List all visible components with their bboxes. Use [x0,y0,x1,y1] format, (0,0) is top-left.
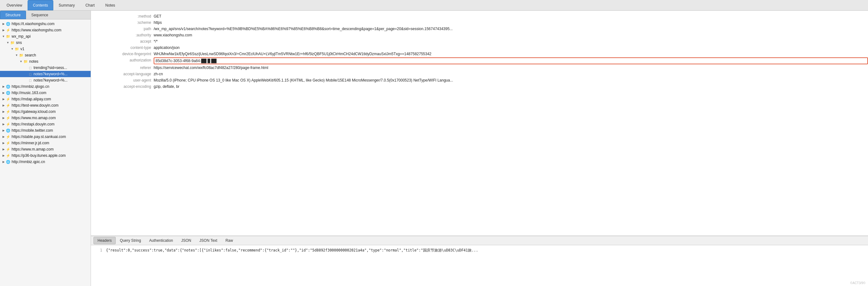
json-line-content: {"result":0,"success":true,"data":{"note… [106,247,864,253]
tree-icon-globe: 🌐 [6,21,11,26]
tree-label: notes [29,59,38,64]
tree-item-notes_keyword_sel[interactable]: ◻notes?keyword=%... [0,71,91,77]
tree-icon-globe: 🌐 [6,84,11,89]
tree-icon-bolt: ⚡ [6,109,11,114]
tree-item-minner_jr_jd[interactable]: ▶⚡https://minner.jr.jd.com [0,140,91,146]
tree-label: https://www.mo.amap.com [11,116,56,120]
tab-contents[interactable]: Contents [28,0,53,10]
detail-key: accept-encoding [91,84,154,89]
tree-item-t_xiaohongshu[interactable]: ▶🌐https://t.xiaohongshu.com [0,21,91,27]
expand-arrow: ▶ [1,128,6,133]
tab-summary[interactable]: Summary [53,0,80,10]
tree-icon-bolt: ⚡ [6,147,11,152]
tree-label: trending?sid=sess... [34,66,67,70]
tree-item-sns[interactable]: ▼📁sns [0,39,91,46]
tree-item-www_mo_amap[interactable]: ▶⚡https://www.mo.amap.com [0,115,91,121]
tree-icon-bolt: ⚡ [6,116,11,120]
tree-icon-folder: 📁 [6,34,11,39]
tree-item-v1[interactable]: ▼📁v1 [0,46,91,52]
detail-row-user-agent: user-agentMozilla/5.0 (iPhone; CPU iPhon… [91,77,868,84]
tree-label: https://stable.pay.st.sankuai.com [11,134,66,139]
tree-icon-bolt: ⚡ [6,153,11,158]
tree-item-www_xiaohongshu[interactable]: ▶⚡https://www.xiaohongshu.com [0,27,91,33]
expand-arrow: ▶ [1,116,6,120]
bottom-tab-json-text[interactable]: JSON Text [195,237,221,244]
tree-item-mobile_twitter[interactable]: ▶🌐https://mobile.twitter.com [0,127,91,134]
bottom-tab-headers[interactable]: Headers [93,237,116,244]
detail-row--method: :methodGET [91,13,868,20]
detail-row-accept: accept*/* [91,38,868,44]
sidebar-tab-sequence[interactable]: Sequence [26,11,54,19]
tree-label: https://www.m.amap.com [11,147,54,152]
tree-icon-bolt: ⚡ [6,103,11,108]
detail-key: authorization [91,57,154,63]
tab-notes[interactable]: Notes [100,0,120,10]
detail-row-accept-language: accept-languagezh-cn [91,71,868,77]
tree-label: https://mdap.alipay.com [11,97,51,101]
tree-label: https://www.xiaohongshu.com [11,28,61,32]
detail-row-accept-encoding: accept-encodinggzip, deflate, br [91,84,868,90]
expand-arrow: ▶ [1,91,6,95]
tree-item-www_m_amap[interactable]: ▶⚡https://www.m.amap.com [0,146,91,152]
expand-arrow: ▶ [1,134,6,139]
detail-key: accept-language [91,71,154,77]
tree-icon-globe: 🌐 [6,90,11,95]
expand-arrow: ▼ [10,47,14,51]
tree-label: search [25,53,36,57]
content-panel: :methodGET:schemehttps:path/wx_mp_api/sn… [91,11,868,286]
tree-item-notes[interactable]: ▼📁notes [0,58,91,65]
tree-label: sns [16,40,22,45]
detail-value: zh-cn [154,71,868,77]
tree-item-p36_buy_itunes[interactable]: ▶⚡https://p36-buy.itunes.apple.com [0,152,91,159]
detail-value: WHJMrwNw1k/EfyQir6Ssz/jUesLnwSD96fqoiXn3… [154,51,868,57]
bottom-tab-json[interactable]: JSON [177,237,195,244]
detail-row-device-fingerprint: device-fingerprintWHJMrwNw1k/EfyQir6Ssz/… [91,51,868,57]
expand-arrow: ▶ [1,22,6,26]
detail-value: application/json [154,45,868,51]
sidebar-tab-structure[interactable]: Structure [0,11,26,19]
tree-label: https://mmbiz.qlogo.cn [11,84,49,89]
tree-icon-bolt: ⚡ [6,97,11,102]
tree-item-restapi_douyin[interactable]: ▶⚡https://restapi.douyin.com [0,121,91,127]
tree-icon-doc-plain: ◻ [28,65,33,70]
tree-item-wx_mp_api[interactable]: ▼📁wx_mp_api [0,33,91,39]
tree-label: wx_mp_api [11,34,31,39]
tree-icon-bolt: ⚡ [6,122,11,127]
tab-overview[interactable]: Overview [1,0,28,10]
tree-item-stable_pay_sankuai[interactable]: ▶⚡https://stable.pay.st.sankuai.com [0,134,91,140]
tree-item-mmbiz_qlogo[interactable]: ▶🌐https://mmbiz.qlogo.cn [0,84,91,90]
tree-item-search[interactable]: ▼📁search [0,52,91,58]
tree-label: v1 [20,47,25,51]
tree-icon-bolt: ⚡ [6,28,11,33]
tree-item-mdap_alipay[interactable]: ▶⚡https://mdap.alipay.com [0,96,91,102]
main-layout: Structure Sequence ▶🌐https://t.xiaohongs… [0,11,868,286]
tree-item-mmbiz_qpic[interactable]: ▶🌐http://mmbiz.qpic.cn [0,159,91,165]
expand-arrow: ▶ [1,28,6,32]
bottom-tab-authentication[interactable]: Authentication [145,237,177,244]
tree-item-trending[interactable]: ◻trending?sid=sess... [0,65,91,71]
bottom-tab-query-string[interactable]: Query String [116,237,145,244]
sidebar-tab-bar: Structure Sequence [0,11,91,20]
tree-item-test_douyin[interactable]: ▶⚡https://test-www.douyin.com [0,102,91,108]
tree-item-notes_keyword2[interactable]: ◻notes?keyword=%... [0,77,91,84]
tree-icon-folder: 📁 [23,59,28,64]
bottom-tab-raw[interactable]: Raw [221,237,237,244]
json-line-number: 1 [95,247,102,253]
detail-value: */* [154,39,868,44]
tree-icon-doc-plain: ◻ [28,78,33,83]
tree-label: https://restapi.douyin.com [11,122,55,126]
tree-icon-bolt: ⚡ [6,140,11,146]
detail-key: content-type [91,45,154,51]
tree-item-gateway_icloud[interactable]: ▶⚡https://gateway.icloud.com [0,108,91,115]
tree-icon-doc-plain: ◻ [28,71,33,76]
expand-arrow: ▼ [1,34,6,39]
tree-item-music_163[interactable]: ▶🌐http://music.163.com [0,90,91,96]
tree-label: http://music.163.com [11,91,46,95]
expand-arrow: ▶ [1,84,6,89]
expand-arrow: ▼ [14,53,19,57]
tree-label: http://mmbiz.qpic.cn [11,160,45,164]
json-line: 1{"result":0,"success":true,"data":{"not… [95,247,864,253]
detail-value: www.xiaohongshu.com [154,32,868,38]
tab-chart[interactable]: Chart [80,0,100,10]
tree-label: https://p36-buy.itunes.apple.com [11,153,66,158]
